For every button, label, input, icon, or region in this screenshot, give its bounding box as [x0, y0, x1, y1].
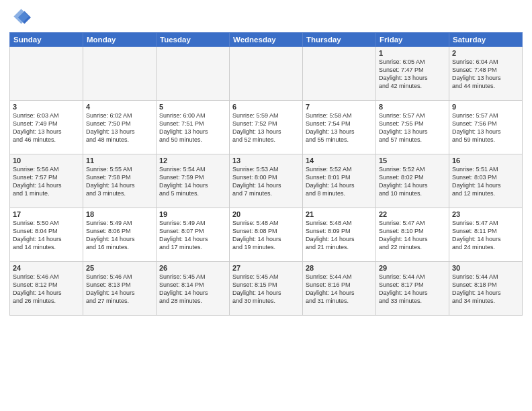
- day-number: 19: [159, 210, 226, 218]
- calendar-cell: 19Sunrise: 5:49 AMSunset: 8:07 PMDayligh…: [157, 208, 230, 262]
- calendar-cell: 26Sunrise: 5:45 AMSunset: 8:14 PMDayligh…: [157, 262, 230, 316]
- day-info: Sunrise: 6:00 AMSunset: 7:51 PMDaylight:…: [159, 111, 226, 144]
- calendar-table: SundayMondayTuesdayWednesdayThursdayFrid…: [9, 32, 523, 316]
- day-info: Sunrise: 5:50 AMSunset: 8:04 PMDaylight:…: [13, 219, 80, 252]
- day-info: Sunrise: 5:44 AMSunset: 8:17 PMDaylight:…: [379, 273, 446, 306]
- day-number: 12: [159, 156, 226, 165]
- day-number: 6: [232, 103, 300, 111]
- logo: [9, 7, 32, 28]
- day-number: 29: [379, 264, 446, 272]
- day-info: Sunrise: 5:46 AMSunset: 8:13 PMDaylight:…: [86, 273, 153, 306]
- header: [9, 7, 523, 28]
- day-info: Sunrise: 5:51 AMSunset: 8:03 PMDaylight:…: [452, 165, 519, 198]
- calendar-cell: 15Sunrise: 5:52 AMSunset: 8:02 PMDayligh…: [376, 154, 449, 208]
- day-number: 11: [86, 156, 153, 165]
- calendar-cell: 3Sunrise: 6:03 AMSunset: 7:49 PMDaylight…: [10, 101, 83, 154]
- day-info: Sunrise: 5:48 AMSunset: 8:08 PMDaylight:…: [232, 219, 300, 252]
- calendar-week-1: 1Sunrise: 6:05 AMSunset: 7:47 PMDaylight…: [10, 47, 523, 101]
- day-info: Sunrise: 5:46 AMSunset: 8:12 PMDaylight:…: [13, 273, 80, 306]
- day-info: Sunrise: 5:52 AMSunset: 8:02 PMDaylight:…: [379, 165, 446, 198]
- day-number: 23: [452, 210, 519, 218]
- day-number: 20: [232, 210, 300, 218]
- day-info: Sunrise: 5:47 AMSunset: 8:10 PMDaylight:…: [379, 219, 446, 252]
- day-number: 4: [86, 103, 153, 111]
- day-number: 30: [452, 264, 519, 272]
- calendar-header-row: SundayMondayTuesdayWednesdayThursdayFrid…: [10, 33, 523, 47]
- day-info: Sunrise: 5:53 AMSunset: 8:00 PMDaylight:…: [232, 165, 300, 198]
- day-number: 27: [232, 264, 300, 272]
- day-info: Sunrise: 6:02 AMSunset: 7:50 PMDaylight:…: [86, 111, 153, 144]
- day-info: Sunrise: 5:52 AMSunset: 8:01 PMDaylight:…: [306, 165, 373, 198]
- day-info: Sunrise: 5:54 AMSunset: 7:59 PMDaylight:…: [159, 165, 226, 198]
- calendar-cell: 7Sunrise: 5:58 AMSunset: 7:54 PMDaylight…: [303, 101, 376, 154]
- calendar-cell: 28Sunrise: 5:44 AMSunset: 8:16 PMDayligh…: [303, 262, 376, 316]
- calendar-cell: 23Sunrise: 5:47 AMSunset: 8:11 PMDayligh…: [449, 208, 523, 262]
- day-info: Sunrise: 5:44 AMSunset: 8:16 PMDaylight:…: [306, 273, 373, 306]
- calendar-cell: 18Sunrise: 5:49 AMSunset: 8:06 PMDayligh…: [83, 208, 157, 262]
- calendar-cell: [83, 47, 157, 101]
- day-info: Sunrise: 5:49 AMSunset: 8:07 PMDaylight:…: [159, 219, 226, 252]
- day-number: 25: [86, 264, 153, 272]
- day-number: 17: [13, 210, 80, 218]
- calendar-cell: [10, 47, 83, 101]
- calendar-cell: 9Sunrise: 5:57 AMSunset: 7:56 PMDaylight…: [449, 101, 523, 154]
- day-number: 14: [306, 156, 373, 165]
- calendar-cell: 2Sunrise: 6:04 AMSunset: 7:48 PMDaylight…: [449, 47, 523, 101]
- day-number: 13: [232, 156, 300, 165]
- day-info: Sunrise: 5:59 AMSunset: 7:52 PMDaylight:…: [232, 111, 300, 144]
- weekday-header-wednesday: Wednesday: [230, 33, 303, 47]
- calendar-week-3: 10Sunrise: 5:56 AMSunset: 7:57 PMDayligh…: [10, 154, 523, 208]
- calendar-cell: 16Sunrise: 5:51 AMSunset: 8:03 PMDayligh…: [449, 154, 523, 208]
- calendar-cell: 1Sunrise: 6:05 AMSunset: 7:47 PMDaylight…: [376, 47, 449, 101]
- day-number: 5: [159, 103, 226, 111]
- calendar-cell: 22Sunrise: 5:47 AMSunset: 8:10 PMDayligh…: [376, 208, 449, 262]
- day-number: 7: [306, 103, 373, 111]
- day-info: Sunrise: 6:04 AMSunset: 7:48 PMDaylight:…: [452, 58, 519, 91]
- page: SundayMondayTuesdayWednesdayThursdayFrid…: [0, 0, 532, 411]
- day-number: 21: [306, 210, 373, 218]
- calendar-cell: 4Sunrise: 6:02 AMSunset: 7:50 PMDaylight…: [83, 101, 157, 154]
- day-number: 3: [13, 103, 80, 111]
- day-info: Sunrise: 5:47 AMSunset: 8:11 PMDaylight:…: [452, 219, 519, 252]
- calendar-cell: 30Sunrise: 5:44 AMSunset: 8:18 PMDayligh…: [449, 262, 523, 316]
- logo-icon: [9, 7, 31, 28]
- calendar-cell: 10Sunrise: 5:56 AMSunset: 7:57 PMDayligh…: [10, 154, 83, 208]
- day-info: Sunrise: 5:57 AMSunset: 7:55 PMDaylight:…: [379, 111, 446, 144]
- day-number: 10: [13, 156, 80, 165]
- calendar-cell: 17Sunrise: 5:50 AMSunset: 8:04 PMDayligh…: [10, 208, 83, 262]
- weekday-header-saturday: Saturday: [449, 33, 523, 47]
- day-info: Sunrise: 5:57 AMSunset: 7:56 PMDaylight:…: [452, 111, 519, 144]
- weekday-header-sunday: Sunday: [10, 33, 83, 47]
- day-number: 15: [379, 156, 446, 165]
- day-info: Sunrise: 5:48 AMSunset: 8:09 PMDaylight:…: [306, 219, 373, 252]
- calendar-week-4: 17Sunrise: 5:50 AMSunset: 8:04 PMDayligh…: [10, 208, 523, 262]
- calendar-cell: 8Sunrise: 5:57 AMSunset: 7:55 PMDaylight…: [376, 101, 449, 154]
- weekday-header-monday: Monday: [83, 33, 157, 47]
- calendar-cell: 11Sunrise: 5:55 AMSunset: 7:58 PMDayligh…: [83, 154, 157, 208]
- calendar-cell: 6Sunrise: 5:59 AMSunset: 7:52 PMDaylight…: [230, 101, 303, 154]
- day-info: Sunrise: 5:49 AMSunset: 8:06 PMDaylight:…: [86, 219, 153, 252]
- day-number: 26: [159, 264, 226, 272]
- day-info: Sunrise: 6:05 AMSunset: 7:47 PMDaylight:…: [379, 58, 446, 91]
- weekday-header-tuesday: Tuesday: [157, 33, 230, 47]
- day-number: 8: [379, 103, 446, 111]
- day-number: 22: [379, 210, 446, 218]
- day-info: Sunrise: 5:45 AMSunset: 8:14 PMDaylight:…: [159, 273, 226, 306]
- day-number: 1: [379, 49, 446, 57]
- day-info: Sunrise: 5:44 AMSunset: 8:18 PMDaylight:…: [452, 273, 519, 306]
- day-info: Sunrise: 5:58 AMSunset: 7:54 PMDaylight:…: [306, 111, 373, 144]
- day-info: Sunrise: 5:56 AMSunset: 7:57 PMDaylight:…: [13, 165, 80, 198]
- calendar-week-5: 24Sunrise: 5:46 AMSunset: 8:12 PMDayligh…: [10, 262, 523, 316]
- weekday-header-friday: Friday: [376, 33, 449, 47]
- calendar-cell: 5Sunrise: 6:00 AMSunset: 7:51 PMDaylight…: [157, 101, 230, 154]
- day-info: Sunrise: 5:45 AMSunset: 8:15 PMDaylight:…: [232, 273, 300, 306]
- calendar-cell: [157, 47, 230, 101]
- calendar-cell: 14Sunrise: 5:52 AMSunset: 8:01 PMDayligh…: [303, 154, 376, 208]
- day-number: 2: [452, 49, 519, 57]
- calendar-cell: [303, 47, 376, 101]
- day-number: 18: [86, 210, 153, 218]
- calendar-cell: 21Sunrise: 5:48 AMSunset: 8:09 PMDayligh…: [303, 208, 376, 262]
- calendar-cell: 20Sunrise: 5:48 AMSunset: 8:08 PMDayligh…: [230, 208, 303, 262]
- calendar-cell: 29Sunrise: 5:44 AMSunset: 8:17 PMDayligh…: [376, 262, 449, 316]
- day-number: 16: [452, 156, 519, 165]
